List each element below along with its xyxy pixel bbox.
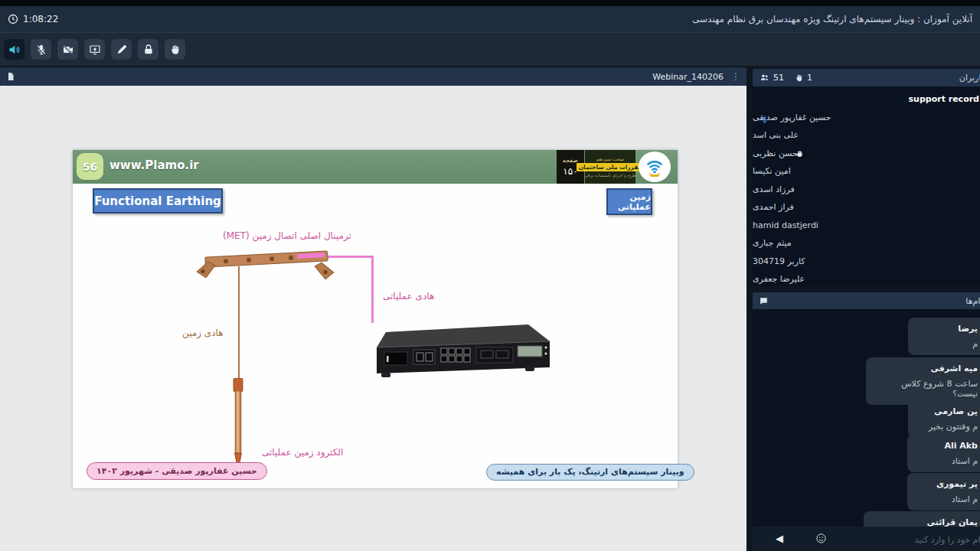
pen-icon xyxy=(116,44,128,56)
regulation-line1: مبحث سیزدهم xyxy=(596,156,625,161)
regulation-line2: مقررات ملی ساختمان xyxy=(577,163,645,171)
webcam-button[interactable] xyxy=(57,39,78,60)
presentation-header-bar: Webinar_140206 ⋮ xyxy=(0,67,746,86)
webinar-app: 1:08:22 آنلاین آموزان : وبینار سیستم‌های… xyxy=(0,0,980,551)
raised-hands-icon xyxy=(795,73,804,83)
user-list-item[interactable]: فراز احمدی xyxy=(753,198,980,217)
user-list-item[interactable]: فرزاد اسدی xyxy=(753,181,980,199)
chat-input[interactable] xyxy=(837,530,980,549)
screen-share-icon xyxy=(89,44,101,56)
annotate-button[interactable] xyxy=(111,39,132,60)
functional-conductor-label: هادی عملیاتی xyxy=(383,291,434,302)
speaker-icon xyxy=(8,44,21,56)
slide-title-en: Functional Earthing xyxy=(93,188,223,214)
plamo-logo xyxy=(639,152,671,182)
session-timer: 1:08:22 xyxy=(8,14,58,24)
slide-number-badge: 56 xyxy=(77,153,103,180)
chat-icon xyxy=(759,296,769,306)
messages-panel-header: پیام‌ها xyxy=(753,292,980,310)
lock-button[interactable] xyxy=(138,39,158,60)
users-icon xyxy=(759,73,770,83)
chat-message: یرضا م xyxy=(908,318,980,355)
network-device-image xyxy=(368,321,551,381)
speaking-mic-icon xyxy=(760,115,769,125)
timer-value: 1:08:22 xyxy=(23,14,58,24)
regulation-box: مبحث سیزدهم مقررات ملی ساختمان طرح و اجر… xyxy=(585,150,635,184)
user-list-item[interactable]: میثم جباری xyxy=(753,234,980,253)
document-icon xyxy=(6,71,15,82)
chat-sender: ین صارمی xyxy=(916,406,978,416)
functional-conductor-line-vertical xyxy=(371,256,374,323)
chat-message: میه اشرفی ساعت 8 شروع کلاس نیست؟ xyxy=(866,357,980,405)
speaker-button[interactable] xyxy=(4,39,24,60)
slide-header-bar: 56 www.Plamo.ir صفحه ۱۵۰ مبحث سیزدهم مقر… xyxy=(73,150,678,184)
user-list-item[interactable]: امین نکیسا xyxy=(753,162,980,181)
mute-mic-button[interactable] xyxy=(31,39,51,60)
met-busbar-image xyxy=(191,246,345,286)
users-count: 51 xyxy=(773,73,784,83)
user-list-item[interactable]: حسین غفارپور صدیقی xyxy=(753,109,980,127)
screen-share-button[interactable] xyxy=(84,39,105,60)
chat-message: ین صارمی م وقتتون بخیر xyxy=(908,400,980,438)
chat-sender: یر تیموری xyxy=(915,479,978,489)
presentation-title: Webinar_140206 xyxy=(652,72,724,82)
met-terminal-label: ترمینال اصلی اتصال زمین (MET) xyxy=(218,230,356,241)
earth-conductor-label: هادی زمین xyxy=(182,328,224,338)
window-top-strip xyxy=(0,0,980,6)
user-list-item[interactable]: علی بنی اسد xyxy=(753,126,980,145)
chat-message: یمان قرائتی xyxy=(864,511,980,527)
chat-text: ساعت 8 شروع کلاس نیست؟ xyxy=(874,379,978,399)
user-list-item[interactable]: کاربر 304719 xyxy=(753,253,980,271)
slide-title-fa: زمین عملیاتی xyxy=(606,188,652,215)
chat-text: م استاد xyxy=(915,456,978,466)
earth-electrode-image xyxy=(228,378,248,471)
send-message-button[interactable]: ◀ xyxy=(776,533,783,544)
user-list-item[interactable]: support record xyxy=(753,90,980,109)
site-url-text: www.Plamo.ir xyxy=(109,158,199,172)
messages-panel-title: پیام‌ها xyxy=(965,296,980,306)
chat-sender: یمان قرائتی xyxy=(871,517,978,527)
top-title-bar: 1:08:22 آنلاین آموزان : وبینار سیستم‌های… xyxy=(0,6,980,32)
chat-sender: Ali Akb xyxy=(915,441,978,451)
chat-sender: میه اشرفی xyxy=(874,364,978,373)
webinar-badge: وبینار سیستم‌های ارتینگ، یک بار برای همی… xyxy=(486,464,694,481)
users-list[interactable]: support record حسین غفارپور صدیقی علی بن… xyxy=(753,86,980,286)
chat-input-bar: ◀ xyxy=(753,527,980,551)
page-number: ۱۵۰ xyxy=(563,166,577,177)
meeting-title: آنلاین آموزان : وبینار سیستم‌های ارتینگ … xyxy=(692,14,972,24)
lock-icon xyxy=(142,44,155,56)
chat-text: م xyxy=(916,339,978,349)
user-list-item[interactable]: علیرضا جعفری xyxy=(753,270,980,286)
regulation-line3: طرح و اجرای تأسیسات برقی xyxy=(584,173,635,178)
chat-text: م استاد xyxy=(915,494,978,504)
raised-hand-status-icon xyxy=(795,149,804,158)
chat-message: Ali Akb م استاد xyxy=(907,435,980,472)
microphone-muted-icon xyxy=(35,44,47,56)
raise-hand-icon xyxy=(169,44,181,56)
author-badge: حسین غفارپور صدیقی - شهریور ۱۴۰۲ xyxy=(87,462,267,480)
sidebar: 51 1 کاربران support record حسین غفارپور… xyxy=(753,69,980,551)
media-toolbar xyxy=(0,32,980,66)
chat-sender: یرضا xyxy=(916,324,978,334)
presentation-area: 56 www.Plamo.ir صفحه ۱۵۰ مبحث سیزدهم مقر… xyxy=(0,86,746,551)
chat-message-list[interactable]: یرضا م میه اشرفی ساعت 8 شروع کلاس نیست؟ … xyxy=(753,309,980,527)
slide-canvas[interactable]: 56 www.Plamo.ir صفحه ۱۵۰ مبحث سیزدهم مقر… xyxy=(73,150,678,488)
users-panel-header: 51 1 کاربران xyxy=(753,69,980,86)
wifi-logo-icon xyxy=(642,155,667,179)
electrode-label: الکترود زمین عملیاتی xyxy=(262,447,343,458)
user-list-item[interactable]: محسن نظربی xyxy=(753,145,980,163)
presentation-menu-button[interactable]: ⋮ xyxy=(731,71,740,82)
user-list-item[interactable]: hamid dastjerdi xyxy=(753,217,980,235)
emoji-icon[interactable] xyxy=(815,533,827,544)
webcam-off-icon xyxy=(62,44,74,56)
chat-message: یر تیموری م استاد xyxy=(907,473,980,510)
raise-hand-button[interactable] xyxy=(165,39,185,60)
clock-icon xyxy=(8,14,18,24)
chat-text: م وقتتون بخیر xyxy=(916,422,978,432)
raised-hands-count: 1 xyxy=(807,73,812,83)
users-panel-title: کاربران xyxy=(959,73,980,83)
